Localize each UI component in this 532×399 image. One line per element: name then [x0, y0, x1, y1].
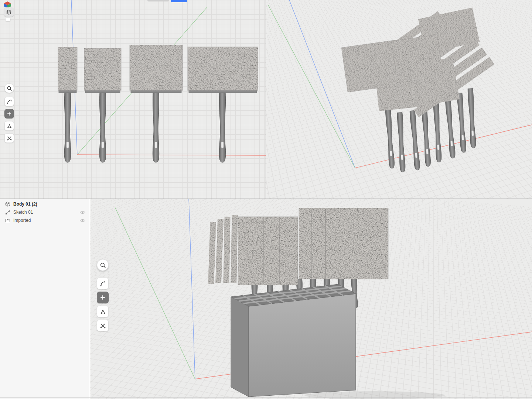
tree-item-imported[interactable]: Imported [0, 216, 90, 224]
cross-tools-icon[interactable] [97, 320, 109, 331]
tree-item-label: Body 01 (2) [13, 202, 85, 207]
brush-cluster-model[interactable] [341, 7, 494, 172]
blue-partial-button[interactable] [171, 0, 187, 2]
tree-item-body[interactable]: Body 01 (2) [0, 200, 90, 208]
brush-model[interactable] [188, 47, 258, 162]
body-cube-icon [5, 202, 10, 207]
arc-measure-icon[interactable] [97, 278, 109, 289]
front-scene [0, 0, 266, 199]
viewport-perspective-top[interactable] [266, 0, 532, 199]
spatial-nodes-icon[interactable] [4, 121, 14, 131]
panel-chip [6, 18, 10, 21]
tree-item-label: Imported [13, 218, 76, 223]
brush-model[interactable] [58, 47, 77, 162]
assembly-scene [90, 199, 532, 399]
layers-button[interactable] [4, 7, 14, 17]
iso-scene [266, 0, 532, 199]
window-edge [0, 398, 532, 398]
holder-box-model[interactable] [231, 284, 356, 397]
spatial-nodes-icon[interactable] [97, 306, 109, 317]
sidebar-divider [90, 199, 90, 399]
plus-icon[interactable] [4, 109, 14, 118]
visibility-eye-icon[interactable] [79, 217, 85, 223]
magnifier-icon[interactable] [97, 259, 109, 271]
brush-heads-model[interactable] [208, 208, 388, 285]
arc-measure-icon[interactable] [4, 97, 14, 106]
viewport-front-view[interactable] [0, 0, 266, 199]
tool-palette [97, 259, 109, 331]
viewport-divider [266, 0, 266, 199]
cross-tools-icon[interactable] [4, 133, 14, 143]
viewport-divider [0, 199, 532, 199]
objects-panel: Body 01 (2) Sketch 01 Imported [0, 199, 90, 399]
folder-icon [5, 218, 10, 223]
layers-icon [6, 9, 12, 15]
brush-model[interactable] [84, 48, 121, 162]
visibility-eye-icon[interactable] [79, 209, 85, 215]
magnifier-icon[interactable] [4, 83, 14, 93]
tool-palette [4, 83, 14, 143]
plus-icon[interactable] [97, 292, 109, 303]
gray-partial-button[interactable] [147, 0, 169, 1]
tree-item-label: Sketch 01 [13, 210, 76, 215]
brush-model[interactable] [130, 45, 183, 162]
sketch-icon [5, 210, 10, 215]
tree-item-sketch[interactable]: Sketch 01 [0, 208, 90, 216]
viewport-assembly[interactable] [90, 199, 532, 399]
